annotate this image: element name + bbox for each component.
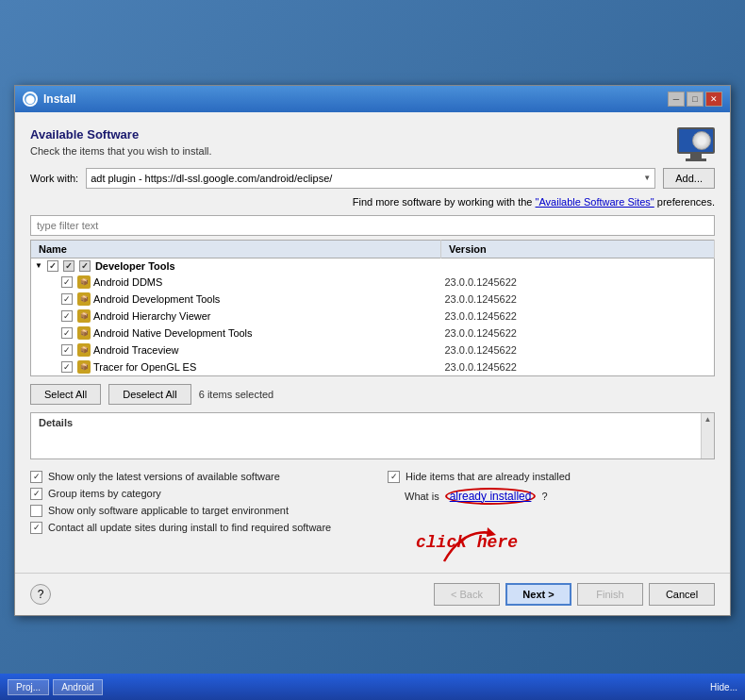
item-name-5: Tracer for OpenGL ES bbox=[93, 361, 196, 373]
title-bar-controls: ─ □ ✕ bbox=[668, 92, 722, 107]
group-version bbox=[441, 258, 715, 274]
latest-versions-label: Show only the latest versions of availab… bbox=[48, 471, 280, 482]
taskbar-item-proj[interactable]: Proj... bbox=[8, 679, 49, 695]
minimize-button[interactable]: ─ bbox=[668, 92, 685, 107]
back-button[interactable]: < Back bbox=[434, 583, 500, 606]
group-category-label: Group items by category bbox=[48, 488, 161, 499]
options-right-col: Hide items that are already installed Wh… bbox=[372, 471, 715, 552]
option-row-contact: Contact all update sites during install … bbox=[30, 522, 372, 534]
group-checkbox3[interactable] bbox=[79, 260, 91, 272]
taskbar-item-android[interactable]: Android bbox=[53, 679, 102, 695]
click-annotation: click here bbox=[416, 533, 715, 552]
help-button[interactable]: ? bbox=[30, 584, 51, 605]
install-window: ⬤ Install ─ □ ✕ Available Software Check… bbox=[14, 85, 731, 616]
table-row: 📦 Android Development Tools 23.0.0.12456… bbox=[31, 291, 715, 308]
svg-marker-0 bbox=[487, 527, 496, 537]
item-checkbox-4[interactable] bbox=[61, 344, 73, 356]
scroll-up-icon: ▲ bbox=[704, 415, 712, 424]
options-section: Show only the latest versions of availab… bbox=[30, 471, 715, 552]
window-title: Install bbox=[43, 92, 76, 106]
col-version-header: Version bbox=[441, 240, 715, 258]
already-installed-prefix: What is bbox=[405, 491, 439, 502]
item-name-0: Android DDMS bbox=[93, 276, 162, 288]
hide-installed-label: Hide items that are already installed bbox=[406, 471, 571, 482]
item-checkbox-0[interactable] bbox=[61, 276, 73, 288]
options-grid: Show only the latest versions of availab… bbox=[30, 471, 715, 552]
already-installed-circle: already installed bbox=[445, 488, 537, 505]
item-checkbox-5[interactable] bbox=[61, 361, 73, 373]
close-button[interactable]: ✕ bbox=[705, 92, 722, 107]
already-installed-link[interactable]: already installed bbox=[450, 490, 532, 503]
table-header-row: Name Version bbox=[31, 240, 715, 258]
item-checkbox-3[interactable] bbox=[61, 327, 73, 339]
title-bar-left: ⬤ Install bbox=[23, 92, 76, 107]
taskbar-hide-label: Hide... bbox=[710, 682, 737, 692]
hide-installed-checkbox[interactable] bbox=[388, 471, 400, 483]
filter-input[interactable] bbox=[30, 215, 715, 236]
dialog-content: Available Software Check the items that … bbox=[15, 112, 730, 573]
group-cell: ▼ Developer Tools bbox=[31, 258, 441, 274]
work-with-row: Work with: adt plugin - https://dl-ssl.g… bbox=[30, 168, 715, 189]
option-row-already-installed: What is already installed ? bbox=[405, 488, 715, 505]
item-version-2: 23.0.0.1245622 bbox=[441, 308, 715, 325]
select-all-button[interactable]: Select All bbox=[30, 384, 101, 405]
finish-button[interactable]: Finish bbox=[577, 583, 643, 606]
item-name-4: Android Traceview bbox=[93, 344, 179, 356]
option-row-hide-installed: Hide items that are already installed bbox=[388, 471, 715, 483]
latest-versions-checkbox[interactable] bbox=[30, 471, 42, 483]
details-scrollbar[interactable]: ▲ bbox=[701, 413, 714, 458]
details-label: Details bbox=[31, 413, 714, 432]
table-row: 📦 Android Native Development Tools 23.0.… bbox=[31, 325, 715, 342]
option-row-latest: Show only the latest versions of availab… bbox=[30, 471, 372, 483]
details-section: Details ▲ bbox=[30, 412, 715, 459]
already-installed-circle-wrapper: already installed bbox=[445, 488, 537, 505]
option-row-group: Group items by category bbox=[30, 488, 372, 500]
cancel-button[interactable]: Cancel bbox=[649, 583, 715, 606]
pkg-icon-3: 📦 bbox=[77, 326, 91, 340]
work-with-dropdown[interactable]: adt plugin - https://dl-ssl.google.com/a… bbox=[86, 168, 655, 189]
avail-suffix: preferences. bbox=[657, 196, 715, 208]
work-with-value: adt plugin - https://dl-ssl.google.com/a… bbox=[91, 173, 332, 184]
dialog-header: Available Software bbox=[30, 127, 715, 142]
available-sites-link[interactable]: "Available Software Sites" bbox=[536, 196, 654, 208]
applicable-checkbox[interactable] bbox=[30, 505, 42, 517]
work-with-label: Work with: bbox=[30, 173, 78, 184]
table-row: 📦 Android Traceview 23.0.0.1245622 bbox=[31, 342, 715, 358]
window-icon: ⬤ bbox=[23, 92, 38, 107]
item-version-1: 23.0.0.1245622 bbox=[441, 291, 715, 308]
maximize-button[interactable]: □ bbox=[687, 92, 704, 107]
item-version-5: 23.0.0.1245622 bbox=[441, 358, 715, 376]
pkg-icon-4: 📦 bbox=[77, 343, 91, 357]
item-version-0: 23.0.0.1245622 bbox=[441, 274, 715, 291]
group-checkbox2[interactable] bbox=[63, 260, 74, 272]
expand-icon: ▼ bbox=[35, 261, 42, 270]
col-name-header: Name bbox=[31, 240, 441, 258]
software-table: Name Version ▼ Developer Tools bbox=[30, 240, 715, 376]
dialog-footer: ? < Back Next > Finish Cancel bbox=[15, 573, 730, 615]
item-checkbox-1[interactable] bbox=[61, 293, 73, 305]
table-row: 📦 Android DDMS 23.0.0.1245622 bbox=[31, 274, 715, 291]
table-row: 📦 Tracer for OpenGL ES 23.0.0.1245622 bbox=[31, 358, 715, 376]
contact-update-label: Contact all update sites during install … bbox=[48, 522, 331, 533]
available-sites-row: Find more software by working with the "… bbox=[30, 196, 715, 208]
action-buttons-row: Select All Deselect All 6 items selected bbox=[30, 384, 715, 405]
pkg-icon-1: 📦 bbox=[77, 292, 91, 306]
group-row-developer-tools: ▼ Developer Tools bbox=[31, 258, 715, 274]
monitor-icon: ▶ bbox=[677, 127, 715, 161]
items-selected-count: 6 items selected bbox=[199, 389, 273, 400]
group-category-checkbox[interactable] bbox=[30, 488, 42, 500]
next-button[interactable]: Next > bbox=[505, 583, 571, 606]
add-button[interactable]: Add... bbox=[663, 168, 715, 189]
item-name-3: Android Native Development Tools bbox=[93, 327, 253, 339]
title-bar: ⬤ Install ─ □ ✕ bbox=[15, 86, 730, 112]
item-version-3: 23.0.0.1245622 bbox=[441, 325, 715, 342]
applicable-label: Show only software applicable to target … bbox=[48, 505, 289, 516]
pkg-icon-5: 📦 bbox=[77, 360, 91, 374]
item-version-4: 23.0.0.1245622 bbox=[441, 342, 715, 358]
item-checkbox-2[interactable] bbox=[61, 310, 73, 322]
contact-update-checkbox[interactable] bbox=[30, 522, 42, 534]
avail-prefix: Find more software by working with the bbox=[353, 196, 536, 208]
group-checkbox[interactable] bbox=[47, 260, 58, 272]
group-label: Developer Tools bbox=[95, 260, 175, 272]
deselect-all-button[interactable]: Deselect All bbox=[108, 384, 190, 405]
